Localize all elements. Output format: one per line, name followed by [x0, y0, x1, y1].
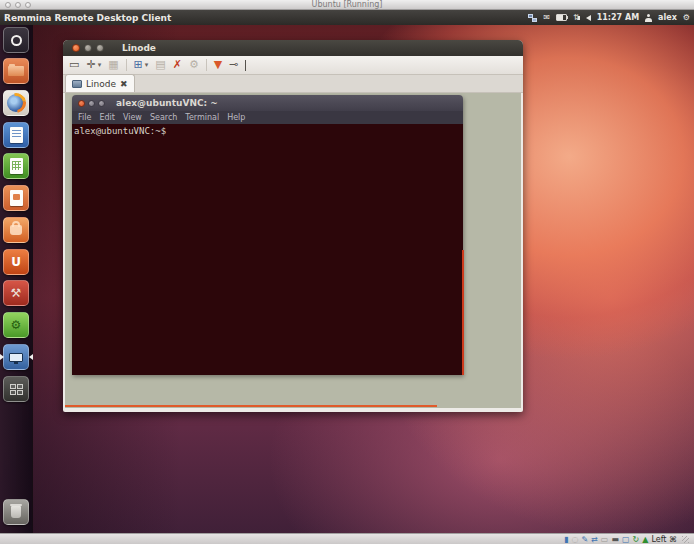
toolbar-caret	[245, 60, 246, 71]
tools-icon[interactable]: ✗	[173, 58, 182, 72]
keyboard-icon[interactable]: ▬	[611, 535, 619, 544]
active-app-title: Remmina Remote Desktop Client	[0, 13, 171, 23]
launcher-item-libreoffice-calc[interactable]	[3, 153, 29, 179]
clock-indicator[interactable]: 11:27 AM	[597, 13, 639, 22]
window-title: Linode	[122, 43, 156, 53]
indicator-area: ✉ ⇅ 11:27 AM alex ⚙	[528, 13, 694, 22]
terminal-maximize-button[interactable]	[98, 100, 105, 107]
launcher-item-ubuntu-software-center[interactable]	[3, 217, 29, 243]
launcher-item-ubuntu-one[interactable]: U	[3, 249, 29, 275]
remmina-titlebar[interactable]: Linode	[63, 40, 523, 56]
shell-prompt: alex@ubuntuVNC:~$	[74, 126, 166, 136]
session-gear-icon[interactable]: ⚙	[683, 14, 690, 22]
launcher-item-firefox[interactable]	[3, 90, 29, 116]
scaled-mode-icon[interactable]: ⊞	[134, 58, 143, 72]
launcher-item-system-settings[interactable]: ⚒	[3, 280, 29, 306]
trash-can-icon	[4, 500, 28, 524]
impress-presentation-icon	[4, 186, 28, 210]
terminal-title: alex@ubuntuVNC: ~	[116, 98, 218, 108]
shared-folders-icon[interactable]: ▭	[601, 535, 609, 544]
ubuntu-one-icon: U	[4, 250, 28, 274]
terminal-close-button[interactable]	[78, 100, 85, 107]
launcher-item-libreoffice-impress[interactable]	[3, 185, 29, 211]
calc-spreadsheet-icon	[4, 154, 28, 178]
disconnect-icon[interactable]: ▼	[214, 58, 222, 72]
folder-icon	[4, 59, 28, 83]
launcher-item-home-folder[interactable]	[3, 58, 29, 84]
remote-desktop-edge-artifact	[65, 405, 437, 407]
gear-icon: ⚙	[4, 313, 28, 337]
menu-view[interactable]: View	[123, 113, 142, 122]
vnc-viewport[interactable]: alex@ubuntuVNC: ~ File Edit View Search …	[65, 93, 521, 408]
menu-edit[interactable]: Edit	[99, 113, 115, 122]
network-indicator-icon[interactable]	[528, 14, 537, 22]
launcher-item-libreoffice-writer[interactable]	[3, 122, 29, 148]
mouse-integration-icon[interactable]: ▲	[642, 535, 648, 544]
menu-terminal[interactable]: Terminal	[185, 113, 219, 122]
unity-launcher: U ⚒ ⚙	[0, 25, 33, 533]
tools-icon: ⚒	[4, 281, 28, 305]
toolbar-separator	[126, 59, 127, 71]
optical-drive-icon[interactable]: ◌	[571, 535, 578, 544]
usb-icon[interactable]: ⇄	[591, 535, 598, 544]
window-maximize-button[interactable]	[96, 44, 104, 52]
terminal-border-artifact	[462, 250, 464, 375]
launcher-item-workspace-switcher[interactable]	[3, 376, 29, 402]
virtualbox-vm-window: Ubuntu [Running] Remmina Remote Desktop …	[0, 0, 694, 544]
user-indicator-icon[interactable]	[645, 14, 652, 22]
vm-titlebar: Ubuntu [Running]	[0, 0, 694, 10]
vm-window-title: Ubuntu [Running]	[0, 0, 694, 10]
shopping-bag-icon	[4, 218, 28, 242]
user-name[interactable]: alex	[658, 13, 677, 22]
window-minimize-button[interactable]	[84, 44, 92, 52]
terminal-minimize-button[interactable]	[88, 100, 95, 107]
remmina-window: Linode ▭ ✛ ▾ ▦ ⊞ ▾ ▤ ✗ ⚙ ▼ ⊸	[63, 40, 523, 412]
launcher-item-software-updater[interactable]: ⚙	[3, 312, 29, 338]
tab-linode[interactable]: Linode ✖	[65, 74, 135, 92]
terminal-menubar: File Edit View Search Terminal Help	[72, 111, 463, 124]
remmina-tab-strip: Linode ✖	[63, 75, 523, 93]
window-close-button[interactable]	[72, 44, 80, 52]
display-icon[interactable]: ▢	[622, 535, 630, 544]
host-key-label: Left ⌘	[651, 535, 677, 544]
sound-indicator-icon[interactable]	[586, 15, 591, 21]
tab-label: Linode	[86, 79, 116, 89]
terminal-body[interactable]: alex@ubuntuVNC:~$	[72, 124, 463, 375]
launcher-item-trash[interactable]	[3, 499, 29, 525]
vbox-status-bar: ▮ ◌ ✎ ⇄ ▭ ▬ ▢ ↻ ▲ Left ⌘	[0, 533, 694, 544]
launcher-item-dash-home[interactable]	[3, 27, 29, 53]
preferences-gear-icon[interactable]: ⚙	[189, 58, 199, 72]
toolbar-separator	[206, 59, 207, 71]
menu-search[interactable]: Search	[150, 113, 177, 122]
writer-document-icon	[4, 123, 28, 147]
fullscreen-icon[interactable]: ▭	[69, 58, 79, 72]
ubuntu-logo-icon	[4, 28, 28, 52]
launcher-item-remmina[interactable]	[3, 344, 29, 370]
terminal-titlebar[interactable]: alex@ubuntuVNC: ~	[72, 95, 463, 111]
active-app-arrow-right	[29, 354, 33, 360]
firefox-icon	[4, 91, 28, 115]
grab-keyboard-icon[interactable]: ▤	[155, 58, 165, 72]
connection-icon	[72, 80, 82, 88]
hard-disk-icon[interactable]: ▮	[564, 535, 568, 544]
menu-file[interactable]: File	[78, 113, 91, 122]
features-icon[interactable]: ↻	[633, 535, 640, 544]
chevron-down-icon[interactable]: ▾	[145, 58, 149, 72]
remmina-toolbar: ▭ ✛ ▾ ▦ ⊞ ▾ ▤ ✗ ⚙ ▼ ⊸	[63, 56, 523, 75]
battery-indicator-icon[interactable]	[556, 14, 567, 21]
remote-terminal-window[interactable]: alex@ubuntuVNC: ~ File Edit View Search …	[72, 95, 463, 375]
active-app-arrow-left	[0, 354, 4, 360]
tab-close-icon[interactable]: ✖	[120, 79, 128, 89]
chevron-down-icon[interactable]: ▾	[98, 58, 102, 72]
network-icon[interactable]: ✎	[581, 535, 588, 544]
resize-grip[interactable]	[682, 536, 689, 543]
messaging-indicator-icon[interactable]: ✉	[543, 14, 550, 22]
screenshot-icon[interactable]: ▦	[108, 58, 118, 72]
ubuntu-desktop: Remmina Remote Desktop Client ✉ ⇅ 11:27 …	[0, 10, 694, 533]
unity-top-panel: Remmina Remote Desktop Client ✉ ⇅ 11:27 …	[0, 10, 694, 25]
menu-help[interactable]: Help	[227, 113, 245, 122]
remote-monitor-icon	[4, 345, 28, 369]
plug-icon[interactable]: ⊸	[229, 58, 238, 72]
fit-window-icon[interactable]: ✛	[86, 58, 95, 72]
workspace-grid-icon	[4, 377, 28, 401]
